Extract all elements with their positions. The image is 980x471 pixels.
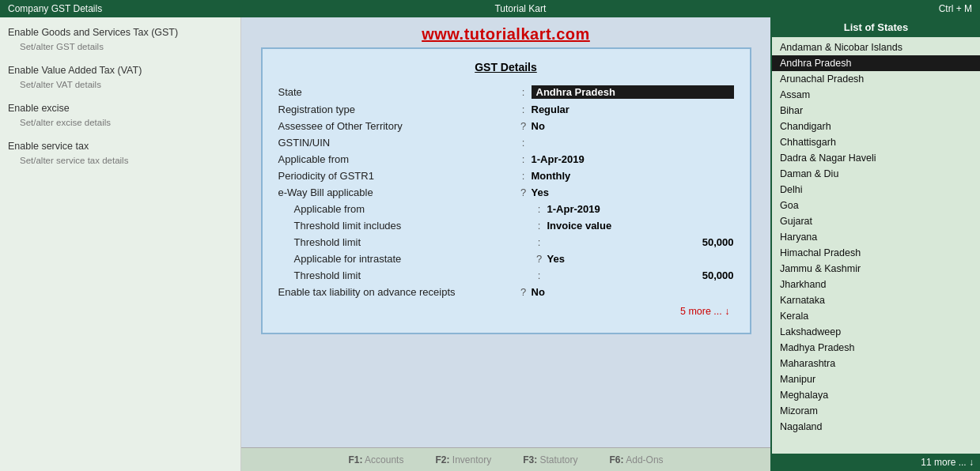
state-item[interactable]: Meghalaya xyxy=(772,387,980,403)
state-item[interactable]: Jammu & Kashmir xyxy=(772,261,980,277)
state-item[interactable]: Andaman & Nicobar Islands xyxy=(772,40,980,55)
bottom-bar-item[interactable]: F3: Statutory xyxy=(523,454,577,465)
gst-row-label: Threshold limit xyxy=(294,269,532,281)
bottom-bar-item[interactable]: F1: Accounts xyxy=(348,454,403,465)
watermark-link: www.tutorialkart.com xyxy=(422,25,590,43)
gst-row: e-Way Bill applicable?Yes xyxy=(278,187,734,198)
left-panel-main-label: Enable service tax xyxy=(8,139,233,154)
left-panel-item[interactable]: Enable service taxSet/alter service tax … xyxy=(8,139,233,168)
gst-row: GSTIN/UIN: xyxy=(278,137,734,149)
bottom-bar-item[interactable]: F2: Inventory xyxy=(435,454,491,465)
gst-row-separator: ? xyxy=(516,187,532,198)
state-item[interactable]: Bihar xyxy=(772,103,980,119)
bottom-bar-item[interactable]: F6: Add-Ons xyxy=(610,454,664,465)
left-panel-main-label: Enable excise xyxy=(8,101,233,116)
state-item[interactable]: Karnataka xyxy=(772,292,980,308)
gst-row-separator: : xyxy=(532,203,547,215)
left-panel-sub-label: Set/alter service tax details xyxy=(8,154,233,168)
states-header: List of States xyxy=(772,17,980,37)
gst-row-label: Threshold limit xyxy=(294,236,532,248)
bottom-bar-key: F3: xyxy=(523,454,537,465)
state-item[interactable]: Gujarat xyxy=(772,213,980,229)
state-item[interactable]: Manipur xyxy=(772,371,980,387)
left-panel-item[interactable]: Enable Value Added Tax (VAT)Set/alter VA… xyxy=(8,63,233,92)
gst-row-separator: ? xyxy=(532,253,547,265)
gst-row-value[interactable]: 1-Apr-2019 xyxy=(547,203,734,215)
bottom-bar: F1: AccountsF2: InventoryF3: StatutoryF6… xyxy=(241,447,770,471)
gst-row-value[interactable]: Invoice value xyxy=(547,220,734,232)
gst-row-separator: : xyxy=(516,104,532,115)
gst-row: Threshold limit:50,000 xyxy=(278,269,734,281)
state-item[interactable]: Lakshadweep xyxy=(772,324,980,340)
bottom-bar-label: Accounts xyxy=(365,454,403,465)
gst-row-value[interactable]: No xyxy=(532,120,734,132)
gst-row: Registration type:Regular xyxy=(278,104,734,115)
left-panel-item[interactable]: Enable exciseSet/alter excise details xyxy=(8,101,233,130)
gst-row-label: Applicable from xyxy=(278,153,516,165)
center-panel: www.tutorialkart.com Tutorial Kart GST D… xyxy=(241,17,770,471)
state-item[interactable]: Goa xyxy=(772,198,980,213)
top-bar-shortcut: Ctrl + M xyxy=(939,3,972,14)
bottom-bar-label: Add-Ons xyxy=(626,454,663,465)
state-item[interactable]: Chhattisgarh xyxy=(772,134,980,150)
gst-row-value[interactable]: Regular xyxy=(532,104,734,115)
top-bar: Company GST Details Tutorial Kart Ctrl +… xyxy=(0,0,980,17)
top-bar-left-title: Company GST Details xyxy=(8,3,102,14)
gst-row-label: Applicable from xyxy=(294,203,532,215)
gst-row-label: State xyxy=(278,86,516,98)
bottom-bar-key: F2: xyxy=(435,454,449,465)
state-item[interactable]: Jharkhand xyxy=(772,277,980,292)
gst-row: Periodicity of GSTR1:Monthly xyxy=(278,170,734,182)
state-item[interactable]: Haryana xyxy=(772,229,980,245)
gst-row: Enable tax liability on advance receipts… xyxy=(278,286,734,298)
bottom-bar-key: F1: xyxy=(348,454,362,465)
gst-row-value[interactable]: Yes xyxy=(547,253,734,265)
gst-row-separator: : xyxy=(516,170,532,182)
gst-dialog-title: GST Details xyxy=(278,61,734,73)
states-list: Andaman & Nicobar IslandsAndhra PradeshA… xyxy=(772,37,980,454)
more-link[interactable]: 5 more ... ↓ xyxy=(278,306,734,317)
gst-row-separator: : xyxy=(516,137,532,149)
gst-row-value[interactable]: No xyxy=(532,286,734,298)
state-item[interactable]: Dadra & Nagar Haveli xyxy=(772,150,980,166)
gst-row-separator: ? xyxy=(516,120,532,132)
left-panel-item[interactable]: Enable Goods and Services Tax (GST)Set/a… xyxy=(8,25,233,54)
gst-row-value[interactable]: Andhra Pradesh xyxy=(532,85,734,99)
gst-row-separator: : xyxy=(532,269,547,281)
states-footer: 11 more ... ↓ xyxy=(772,454,980,471)
state-item[interactable]: Daman & Diu xyxy=(772,166,980,182)
gst-row: Threshold limit:50,000 xyxy=(278,236,734,248)
state-item[interactable]: Chandigarh xyxy=(772,119,980,134)
state-item[interactable]: Kerala xyxy=(772,308,980,324)
gst-row-label: Applicable for intrastate xyxy=(294,253,532,265)
gst-row: Assessee of Other Territory?No xyxy=(278,120,734,132)
state-item[interactable]: Mizoram xyxy=(772,403,980,419)
gst-row-value[interactable]: 1-Apr-2019 xyxy=(532,153,734,165)
state-item[interactable]: Assam xyxy=(772,87,980,103)
gst-row-value[interactable]: Monthly xyxy=(532,170,734,182)
state-item[interactable]: Maharashtra xyxy=(772,356,980,371)
left-panel-main-label: Enable Goods and Services Tax (GST) xyxy=(8,25,233,40)
left-panel-sub-label: Set/alter excise details xyxy=(8,116,233,130)
gst-row-value[interactable]: Yes xyxy=(532,187,734,198)
state-item[interactable]: Delhi xyxy=(772,182,980,198)
gst-row-value[interactable]: 50,000 xyxy=(547,236,734,248)
state-item[interactable]: Nagaland xyxy=(772,419,980,435)
left-panel-sub-label: Set/alter VAT details xyxy=(8,78,233,92)
gst-row: Applicable for intrastate?Yes xyxy=(278,253,734,265)
gst-row-value[interactable]: 50,000 xyxy=(547,269,734,281)
top-bar-center-title: Tutorial Kart xyxy=(494,3,546,14)
state-item[interactable]: Arunachal Pradesh xyxy=(772,71,980,87)
gst-row-label: Assessee of Other Territory xyxy=(278,120,516,132)
state-item[interactable]: Andhra Pradesh xyxy=(772,55,980,71)
gst-row-label: Registration type xyxy=(278,104,516,115)
gst-row: Threshold limit includes:Invoice value xyxy=(278,220,734,232)
gst-row-label: Enable tax liability on advance receipts xyxy=(278,286,516,298)
gst-row-separator: : xyxy=(532,220,547,232)
bottom-bar-key: F6: xyxy=(610,454,624,465)
state-item[interactable]: Himachal Pradesh xyxy=(772,245,980,261)
gst-row-label: Threshold limit includes xyxy=(294,220,532,232)
state-item[interactable]: Madhya Pradesh xyxy=(772,340,980,356)
gst-row-label: Periodicity of GSTR1 xyxy=(278,170,516,182)
gst-row-separator: ? xyxy=(516,286,532,298)
